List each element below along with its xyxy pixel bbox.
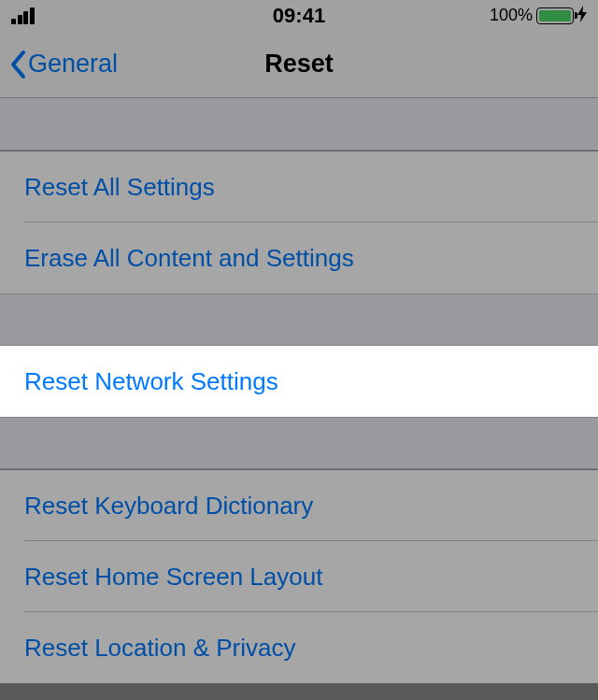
cell-label: Reset Location & Privacy xyxy=(24,634,295,663)
section-gap xyxy=(0,293,598,346)
reset-all-settings-cell[interactable]: Reset All Settings xyxy=(0,151,598,222)
reset-keyboard-dictionary-cell[interactable]: Reset Keyboard Dictionary xyxy=(0,470,598,541)
erase-all-content-cell[interactable]: Erase All Content and Settings xyxy=(0,222,598,293)
cell-label: Reset All Settings xyxy=(24,173,215,202)
group-other-reset: Reset Keyboard Dictionary Reset Home Scr… xyxy=(0,469,598,683)
charging-bolt-icon xyxy=(577,6,587,26)
signal-bars-icon xyxy=(11,7,35,24)
cell-label: Reset Home Screen Layout xyxy=(24,563,322,592)
section-gap xyxy=(0,98,598,150)
battery-percent-text: 100% xyxy=(490,6,533,25)
cell-label: Erase All Content and Settings xyxy=(24,244,354,273)
battery-status: 100% xyxy=(490,6,587,26)
group-general-reset: Reset All Settings Erase All Content and… xyxy=(0,150,598,293)
reset-location-privacy-cell[interactable]: Reset Location & Privacy xyxy=(0,612,598,683)
back-label: General xyxy=(28,50,118,79)
cell-label: Reset Network Settings xyxy=(24,367,278,396)
battery-icon xyxy=(536,7,574,24)
chevron-left-icon xyxy=(9,50,26,79)
section-gap xyxy=(0,417,598,469)
group-network-reset: Reset Network Settings xyxy=(0,346,598,417)
back-button[interactable]: General xyxy=(9,50,118,79)
cell-label: Reset Keyboard Dictionary xyxy=(24,492,313,521)
clock-time: 09:41 xyxy=(273,4,325,28)
status-bar: 09:41 100% xyxy=(0,0,598,31)
page-title: Reset xyxy=(264,50,334,79)
reset-home-screen-layout-cell[interactable]: Reset Home Screen Layout xyxy=(0,541,598,612)
reset-network-settings-cell[interactable]: Reset Network Settings xyxy=(0,346,598,417)
navigation-bar: General Reset xyxy=(0,31,598,98)
